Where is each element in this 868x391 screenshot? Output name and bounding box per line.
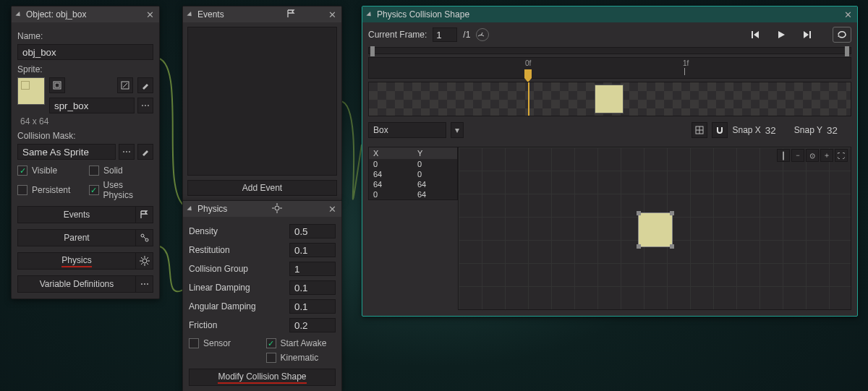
- physics-prop-input[interactable]: [289, 262, 336, 276]
- kinematic-checkbox[interactable]: Kinematic: [266, 353, 336, 363]
- svg-point-5: [142, 259, 147, 263]
- zoom-reset-icon[interactable]: ⊙: [806, 149, 819, 162]
- parent-button[interactable]: Parent: [17, 229, 153, 246]
- fullscreen-icon[interactable]: ⛶: [835, 149, 848, 162]
- vertex-handle[interactable]: [670, 244, 674, 249]
- timeline-scrubber[interactable]: [368, 47, 851, 54]
- collision-shape-preview[interactable]: [638, 212, 673, 247]
- physics-prop-input[interactable]: [289, 243, 336, 257]
- physics-prop-row: Linear Damping: [189, 279, 336, 296]
- uses-physics-checkbox[interactable]: Uses Physics: [89, 180, 153, 200]
- sprite-paint-icon[interactable]: [137, 77, 153, 93]
- events-panel-title: Events: [197, 9, 224, 20]
- flag-icon: [286, 9, 297, 21]
- range-end-handle[interactable]: [845, 46, 849, 56]
- add-event-button[interactable]: Add Event: [187, 180, 337, 196]
- start-awake-checkbox[interactable]: Start Awake: [266, 338, 336, 348]
- events-panel-header[interactable]: Events ✕: [183, 7, 341, 22]
- events-button[interactable]: Events: [17, 206, 153, 223]
- svg-line-11: [147, 263, 148, 265]
- svg-marker-23: [804, 31, 809, 38]
- zoom-out-icon[interactable]: －: [791, 149, 804, 162]
- vertex-table: X Y 006406464064: [368, 147, 458, 200]
- sprite-browse-button[interactable]: ⋯: [137, 98, 153, 113]
- close-icon[interactable]: ✕: [327, 9, 337, 20]
- frame-thumbnail[interactable]: [595, 85, 624, 113]
- more-icon: ⋯: [135, 276, 153, 292]
- collapse-icon[interactable]: [187, 205, 193, 212]
- physics-prop-label: Restitution: [189, 245, 289, 255]
- zoom-in-icon[interactable]: ＋: [820, 149, 833, 162]
- solid-checkbox[interactable]: Solid: [89, 166, 153, 176]
- current-frame-label: Current Frame:: [368, 30, 427, 40]
- close-icon[interactable]: ✕: [327, 204, 337, 214]
- collision-mask-edit-icon[interactable]: [137, 144, 153, 160]
- vertex-row[interactable]: 064: [369, 189, 457, 199]
- sprite-edit-icon[interactable]: [117, 77, 133, 93]
- vertex-x: 64: [369, 169, 413, 179]
- snap-x-label: Snap X: [732, 125, 760, 135]
- vertex-row[interactable]: 00: [369, 159, 457, 169]
- shape-type-dropdown[interactable]: ▾: [451, 122, 464, 138]
- collapse-icon[interactable]: [187, 11, 193, 17]
- persistent-checkbox[interactable]: Persistent: [17, 180, 82, 200]
- variable-definitions-button[interactable]: Variable Definitions ⋯: [17, 275, 153, 293]
- play-icon[interactable]: [775, 28, 788, 41]
- sensor-checkbox[interactable]: Sensor: [189, 338, 259, 348]
- object-panel-header[interactable]: Object: obj_box ✕: [12, 7, 159, 22]
- collision-shape-panel: Physics Collision Shape ✕ Current Frame:…: [362, 6, 858, 317]
- shape-canvas[interactable]: ┃ － ⊙ ＋ ⛶: [458, 147, 851, 310]
- speed-icon[interactable]: [476, 28, 489, 41]
- name-label: Name:: [17, 31, 153, 41]
- collapse-icon[interactable]: [366, 11, 373, 17]
- last-frame-icon[interactable]: [801, 28, 814, 41]
- collision-mask-browse-button[interactable]: ⋯: [119, 144, 135, 160]
- playhead[interactable]: [524, 69, 532, 78]
- vertex-handle[interactable]: [670, 211, 674, 215]
- collision-mask-input[interactable]: [17, 144, 116, 160]
- svg-rect-20: [752, 31, 753, 38]
- physics-prop-input[interactable]: [289, 299, 336, 314]
- playhead-line: [528, 82, 529, 116]
- physics-prop-input[interactable]: [289, 224, 336, 239]
- vertex-row[interactable]: 6464: [369, 179, 457, 189]
- frames-strip[interactable]: [368, 82, 851, 116]
- collision-mask-label: Collision Mask:: [17, 131, 153, 141]
- modify-collision-shape-button[interactable]: Modify Collision Shape: [189, 369, 336, 386]
- close-icon[interactable]: ✕: [145, 9, 155, 20]
- physics-panel-header[interactable]: Physics ✕: [183, 201, 341, 217]
- sprite-name-input[interactable]: [49, 98, 135, 113]
- loop-icon[interactable]: [833, 27, 851, 43]
- physics-button[interactable]: Physics: [17, 252, 153, 270]
- timeline-ruler[interactable]: 0f 1f: [368, 57, 851, 79]
- object-panel-title: Object: obj_box: [26, 9, 86, 20]
- sprite-dimensions: 64 x 64: [20, 116, 153, 126]
- object-name-input[interactable]: [17, 44, 153, 60]
- vertex-handle[interactable]: [637, 244, 641, 249]
- grid-icon[interactable]: [692, 122, 707, 138]
- visible-checkbox[interactable]: Visible: [17, 166, 82, 176]
- physics-prop-input[interactable]: [289, 318, 336, 332]
- hierarchy-icon: [135, 230, 153, 246]
- current-frame-input[interactable]: [433, 27, 457, 42]
- physics-prop-row: Angular Damping: [189, 298, 336, 315]
- vertex-row[interactable]: 640: [369, 169, 457, 179]
- events-list[interactable]: [187, 27, 337, 176]
- svg-point-14: [275, 206, 279, 210]
- physics-prop-input[interactable]: [289, 280, 336, 295]
- snap-icon[interactable]: [712, 122, 728, 138]
- collapse-icon[interactable]: [15, 11, 22, 17]
- svg-rect-24: [809, 31, 811, 38]
- shape-panel-header[interactable]: Physics Collision Shape ✕: [362, 7, 857, 22]
- sprite-thumbnail[interactable]: [17, 77, 45, 105]
- sprite-expand-icon[interactable]: [49, 77, 65, 93]
- first-frame-icon[interactable]: [749, 28, 762, 41]
- vertex-handle[interactable]: [637, 211, 641, 215]
- vertex-y: 64: [413, 179, 457, 189]
- range-start-handle[interactable]: [370, 46, 375, 56]
- ruler-toggle-icon[interactable]: ┃: [777, 149, 790, 162]
- ruler-mark-0: 0f: [525, 59, 531, 67]
- snap-x-input[interactable]: [765, 125, 790, 136]
- snap-y-input[interactable]: [827, 125, 851, 136]
- close-icon[interactable]: ✕: [843, 9, 853, 20]
